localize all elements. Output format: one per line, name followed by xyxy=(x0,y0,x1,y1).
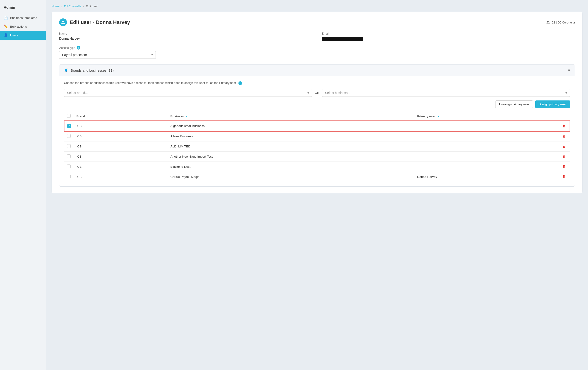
row-delete-cell-5: 🗑 xyxy=(558,172,570,182)
row-business-4: Blackbird Nest xyxy=(168,162,414,172)
row-primary-user-5: Donna Harvey xyxy=(414,172,558,182)
brand-select-arrow-icon: ▾ xyxy=(307,91,309,95)
brand-col-header: Brand ▲ xyxy=(74,112,168,121)
breadcrumb: Home / DJ Coronella / Edit user xyxy=(52,5,582,8)
brands-info-icon[interactable]: i xyxy=(238,81,242,85)
breadcrumb-parent[interactable]: DJ Coronella xyxy=(64,5,81,8)
business-sort-icon[interactable]: ▲ xyxy=(186,115,188,118)
select-brand-dropdown[interactable]: Select brand... ▾ xyxy=(64,89,312,97)
delete-row-0-button[interactable]: 🗑 xyxy=(561,124,567,128)
sidebar-title: Admin xyxy=(0,4,46,13)
access-type-value: Payroll processor xyxy=(62,53,87,57)
row-business-3: Another New Sage Import Test xyxy=(168,151,414,162)
chevron-down-icon: ▾ xyxy=(568,68,570,73)
unassign-primary-user-button[interactable]: Unassign primary user xyxy=(495,100,533,108)
business-col-header: Business ▲ xyxy=(168,112,414,121)
name-email-row: Name Donna Harvey Email xyxy=(59,32,575,41)
row-checkbox-3[interactable] xyxy=(67,154,71,158)
email-redacted xyxy=(322,37,363,41)
row-checkbox-5[interactable] xyxy=(67,175,71,178)
select-business-dropdown[interactable]: Select business... ▾ xyxy=(322,89,570,97)
delete-row-5-button[interactable]: 🗑 xyxy=(561,175,567,179)
breadcrumb-sep-1: / xyxy=(62,5,62,8)
table-header: Brand ▲ Business ▲ Primary user ▲ xyxy=(64,112,570,121)
row-business-0: A generic small business xyxy=(168,121,414,131)
breadcrumb-home[interactable]: Home xyxy=(52,5,60,8)
edit-user-card: Edit user - Donna Harvey 52 | DJ Coronel… xyxy=(52,12,582,193)
primary-user-col-header: Primary user ▲ xyxy=(414,112,558,121)
row-primary-user-4 xyxy=(414,162,558,172)
bulk-actions-icon: ✏️ xyxy=(4,24,8,29)
select-business-placeholder: Select business... xyxy=(325,91,350,95)
select-brand-placeholder: Select brand... xyxy=(67,91,88,95)
page-title-row: Edit user - Donna Harvey xyxy=(59,18,130,26)
delete-row-2-button[interactable]: 🗑 xyxy=(561,144,567,148)
people-icon xyxy=(546,21,550,24)
row-brand-4: ICB xyxy=(74,162,168,172)
table-row: ICB A New Business 🗑 xyxy=(64,131,570,141)
row-delete-cell-2: 🗑 xyxy=(558,141,570,151)
row-brand-2: ICB xyxy=(74,141,168,151)
access-type-select[interactable]: Payroll processor ▾ xyxy=(59,51,156,59)
brands-header-left: 🧳 Brands and businesses (31) xyxy=(64,68,114,72)
row-primary-user-1 xyxy=(414,131,558,141)
brands-table: Brand ▲ Business ▲ Primary user ▲ xyxy=(64,112,570,182)
row-delete-cell-1: 🗑 xyxy=(558,131,570,141)
access-type-row: Access type i Payroll processor ▾ xyxy=(59,46,575,59)
sidebar-item-bulk-actions[interactable]: ✏️ Bulk actions xyxy=(0,22,46,31)
sidebar-item-business-templates[interactable]: 📄 Business templates xyxy=(0,13,46,22)
table-row: ICB Another New Sage Import Test 🗑 xyxy=(64,151,570,162)
row-checkbox-cell: ✓ xyxy=(64,121,74,131)
table-row: ICB Chris's Payroll Magic Donna Harvey 🗑 xyxy=(64,172,570,182)
row-primary-user-2 xyxy=(414,141,558,151)
sidebar-item-label: Business templates xyxy=(10,16,37,20)
brands-header-title: Brands and businesses (31) xyxy=(71,68,114,72)
row-checkbox-1[interactable] xyxy=(67,134,71,138)
brands-header[interactable]: 🧳 Brands and businesses (31) ▾ xyxy=(59,65,575,76)
row-brand-3: ICB xyxy=(74,151,168,162)
sidebar-item-label: Users xyxy=(10,34,18,37)
header-meta-text: 52 | DJ Coronella xyxy=(552,21,575,24)
breadcrumb-sep-2: / xyxy=(83,5,84,8)
table-header-row: Brand ▲ Business ▲ Primary user ▲ xyxy=(64,112,570,121)
access-type-info-icon[interactable]: i xyxy=(77,46,80,50)
breadcrumb-current: Edit user xyxy=(86,5,98,8)
delete-col-header xyxy=(558,112,570,121)
row-brand-1: ICB xyxy=(74,131,168,141)
business-templates-icon: 📄 xyxy=(4,16,8,20)
row-checkbox-0[interactable]: ✓ xyxy=(67,124,71,128)
access-type-label: Access type i xyxy=(59,46,575,50)
sidebar-item-users[interactable]: 👤 Users xyxy=(0,31,46,40)
row-checkbox-4[interactable] xyxy=(67,164,71,168)
row-brand-0: ICB xyxy=(74,121,168,131)
row-business-2: ALDI LIMITED xyxy=(168,141,414,151)
or-label: OR xyxy=(315,91,319,95)
row-business-5: Chris's Payroll Magic xyxy=(168,172,414,182)
page-header: Edit user - Donna Harvey 52 | DJ Coronel… xyxy=(59,18,575,26)
row-brand-5: ICB xyxy=(74,172,168,182)
table-row: ✓ ICB A generic small business 🗑 xyxy=(64,121,570,131)
row-checkbox-cell xyxy=(64,162,74,172)
primary-user-sort-icon[interactable]: ▲ xyxy=(437,115,440,118)
row-checkbox-cell xyxy=(64,172,74,182)
delete-row-3-button[interactable]: 🗑 xyxy=(561,154,567,159)
row-primary-user-3 xyxy=(414,151,558,162)
row-business-1: A New Business xyxy=(168,131,414,141)
row-delete-cell-0: 🗑 xyxy=(558,121,570,131)
row-primary-user-0 xyxy=(414,121,558,131)
email-field: Email xyxy=(322,32,575,41)
table-row: ICB Blackbird Nest 🗑 xyxy=(64,162,570,172)
row-checkbox-2[interactable] xyxy=(67,144,71,148)
select-all-checkbox[interactable] xyxy=(67,114,71,118)
access-type-field: Access type i Payroll processor ▾ xyxy=(59,46,575,59)
brand-sort-icon[interactable]: ▲ xyxy=(87,115,89,118)
assign-primary-user-button[interactable]: Assign primary user xyxy=(535,100,570,108)
delete-row-4-button[interactable]: 🗑 xyxy=(561,164,567,169)
sidebar-item-label: Bulk actions xyxy=(10,25,27,28)
user-form: Name Donna Harvey Email Access type i xyxy=(59,32,575,59)
brands-businesses-section: 🧳 Brands and businesses (31) ▾ Choose th… xyxy=(59,64,575,187)
name-value: Donna Harvey xyxy=(59,37,313,40)
select-all-col xyxy=(64,112,74,121)
select-arrow-icon: ▾ xyxy=(151,53,153,56)
delete-row-1-button[interactable]: 🗑 xyxy=(561,134,567,138)
